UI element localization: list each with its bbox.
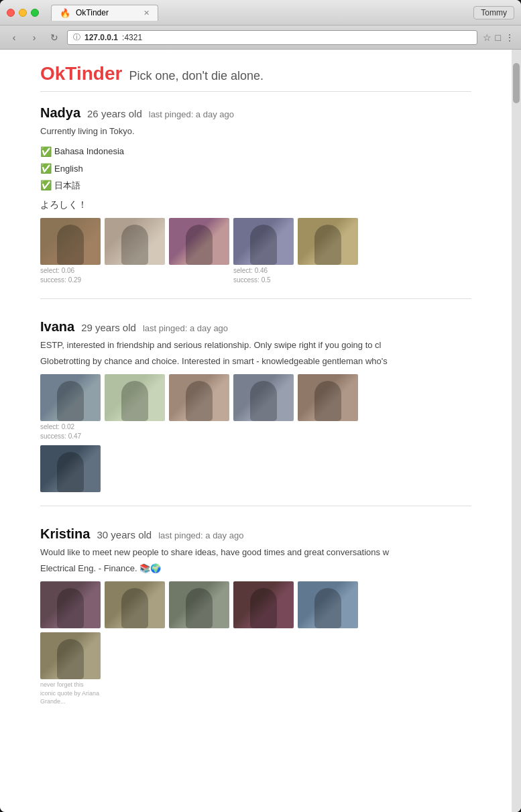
profile-ping-ivana: last pinged: a day ago (143, 323, 228, 333)
profile-name-ivana: Ivana (40, 319, 74, 335)
photo-score-ivana-1: select: 0.02success: 0.47 (40, 422, 101, 441)
photo-thumb-kristina-6[interactable] (40, 632, 101, 679)
app-header: OkTinder Pick one, don't die alone. (40, 63, 471, 92)
profile-name-nadya: Nadya (40, 105, 80, 121)
user-badge: Tommy (473, 6, 514, 19)
menu-icon[interactable]: ⋮ (505, 32, 514, 43)
profile-location-nadya: Currently living in Tokyo. (40, 125, 471, 138)
profile-card-ivana: Ivana 29 years old last pinged: a day ag… (40, 319, 471, 506)
bookmark-icon[interactable]: ☆ (483, 32, 491, 43)
profile-name-kristina: Kristina (40, 526, 90, 542)
url-port: :4321 (122, 33, 142, 42)
photo-thumb-nadya-1[interactable] (40, 218, 101, 265)
lang-item-1: ✅ Bahasa Indonesia (40, 143, 471, 160)
profile-langs-nadya: ✅ Bahasa Indonesia ✅ English ✅ 日本語 (40, 143, 471, 194)
profile-ping-kristina: last pinged: a day ago (158, 530, 243, 540)
check-icon-2: ✅ (40, 160, 52, 177)
photo-item: select: 0.46success: 0.5 (233, 218, 294, 285)
photo-thumb-kristina-2[interactable] (105, 581, 165, 628)
photo-thumb-ivana-1[interactable] (40, 374, 101, 421)
profile-header-nadya: Nadya 26 years old last pinged: a day ag… (40, 105, 471, 121)
title-bar: 🔥 OkTinder ✕ Tommy (0, 0, 521, 25)
photo-thumb-kristina-4[interactable] (233, 581, 294, 628)
profile-age-kristina: 30 years old (97, 529, 152, 540)
photo-thumb-ivana-2[interactable] (105, 374, 165, 421)
photo-thumb-nadya-2[interactable] (105, 218, 165, 265)
address-bar: ‹ › ↻ ⓘ 127.0.0.1:4321 ☆ □ ⋮ (0, 25, 521, 50)
tab-area: 🔥 OkTinder ✕ (51, 5, 468, 21)
lang-label-1: Bahasa Indonesia (54, 143, 124, 159)
refresh-button[interactable]: ↻ (47, 30, 62, 45)
profile-age-ivana: 29 years old (81, 322, 136, 333)
photo-item (298, 374, 358, 441)
photo-item (40, 581, 101, 628)
profile-card-kristina: Kristina 30 years old last pinged: a day… (40, 526, 471, 719)
profile-bio-kristina-2: Electrical Eng. - Finance. 📚🌍 (40, 562, 471, 575)
photo-item (105, 218, 165, 285)
photo-thumb-ivana-4[interactable] (233, 374, 294, 421)
profile-header-kristina: Kristina 30 years old last pinged: a day… (40, 526, 471, 542)
photo-item (169, 374, 229, 441)
photo-thumb-ivana-5[interactable] (298, 374, 358, 421)
tab-favicon-icon: 🔥 (60, 8, 70, 18)
profile-bio-ivana-1: ESTP, interested in friendship and serio… (40, 339, 471, 352)
photo-thumb-nadya-5[interactable] (298, 218, 358, 265)
photo-score-4: select: 0.46success: 0.5 (233, 266, 294, 285)
url-bar[interactable]: ⓘ 127.0.0.1:4321 (67, 30, 477, 45)
photo-thumb-nadya-3[interactable] (169, 218, 229, 265)
url-host: 127.0.0.1 (84, 33, 118, 42)
photo-grid-nadya: select: 0.06success: 0.29 (40, 218, 471, 285)
scrollbar-thumb[interactable] (513, 63, 520, 103)
photo-thumb-kristina-3[interactable] (169, 581, 229, 628)
photo-thumb-kristina-1[interactable] (40, 581, 101, 628)
maximize-window-button[interactable] (31, 9, 39, 17)
profile-header-ivana: Ivana 29 years old last pinged: a day ag… (40, 319, 471, 335)
photo-grid-kristina: never forget this iconic quote by Ariana… (40, 581, 471, 706)
photo-thumb-ivana-6[interactable] (40, 445, 101, 492)
photo-item (105, 374, 165, 441)
lang-item-3: ✅ 日本語 (40, 177, 471, 194)
photo-item (233, 374, 294, 441)
minimize-window-button[interactable] (19, 9, 27, 17)
lang-label-2: English (54, 161, 83, 176)
photo-item: select: 0.02success: 0.47 (40, 374, 101, 441)
tab-close-button[interactable]: ✕ (143, 9, 150, 17)
photo-item: never forget this iconic quote by Ariana… (40, 632, 471, 706)
browser-window: 🔥 OkTinder ✕ Tommy ‹ › ↻ ⓘ 127.0.0.1:432… (0, 0, 521, 812)
close-window-button[interactable] (7, 9, 15, 17)
active-tab[interactable]: 🔥 OkTinder ✕ (51, 5, 158, 21)
photo-item (298, 218, 358, 285)
forward-button[interactable]: › (27, 30, 42, 45)
check-icon-1: ✅ (40, 143, 52, 160)
profile-ping-nadya: last pinged: a day ago (149, 109, 234, 119)
photo-item: select: 0.06success: 0.29 (40, 218, 101, 285)
extensions-icon: □ (496, 32, 501, 43)
lang-item-2: ✅ English (40, 160, 471, 177)
address-bar-icons: ☆ □ ⋮ (483, 32, 514, 43)
photo-item (233, 581, 294, 628)
profile-greeting-nadya: よろしく！ (40, 199, 471, 211)
profile-bio-kristina-1: Would like to meet new people to share i… (40, 546, 471, 559)
photo-item (169, 218, 229, 285)
traffic-lights (7, 9, 39, 17)
profile-card-nadya: Nadya 26 years old last pinged: a day ag… (40, 105, 471, 299)
tab-title-label: OkTinder (76, 8, 109, 17)
photo-thumb-ivana-3[interactable] (169, 374, 229, 421)
app-title: OkTinder (40, 63, 122, 84)
inner-content: OkTinder Pick one, don't die alone. Nady… (0, 50, 512, 760)
app-tagline: Pick one, don't die alone. (129, 69, 264, 83)
photo-grid-ivana: select: 0.02success: 0.47 (40, 374, 471, 492)
photo-item (169, 581, 229, 628)
scrollbar[interactable] (512, 50, 521, 812)
page-content: OkTinder Pick one, don't die alone. Nady… (0, 50, 521, 812)
photo-thumb-nadya-4[interactable] (233, 218, 294, 265)
photo-item (298, 581, 358, 628)
photo-score-kristina-6: never forget this iconic quote by Ariana… (40, 681, 101, 706)
profile-age-nadya: 26 years old (87, 108, 142, 119)
photo-item (40, 445, 471, 492)
info-icon: ⓘ (73, 32, 80, 42)
photo-thumb-kristina-5[interactable] (298, 581, 358, 628)
profile-bio-ivana-2: Globetrotting by chance and choice. Inte… (40, 355, 471, 368)
lang-label-3: 日本語 (54, 178, 80, 193)
back-button[interactable]: ‹ (7, 30, 21, 45)
